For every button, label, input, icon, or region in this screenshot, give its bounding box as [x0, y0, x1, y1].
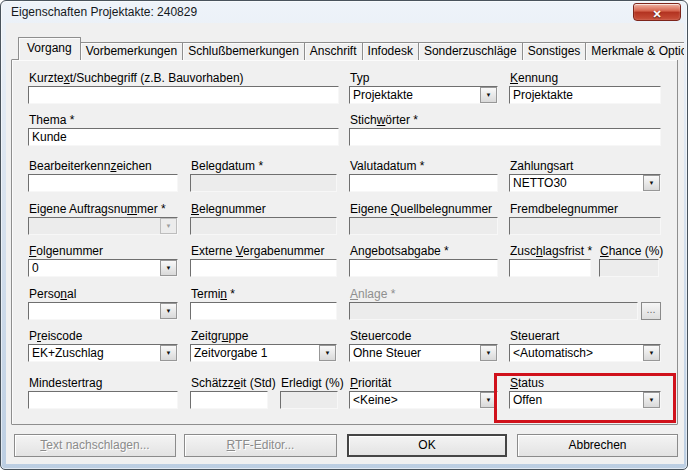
termin-input[interactable]: [190, 302, 337, 320]
belegdatum-input: [190, 174, 337, 192]
angebotsabgabe-input[interactable]: [349, 259, 498, 277]
belegdatum-label: Belegdatum *: [191, 159, 263, 173]
steuercode-combobox[interactable]: Ohne Steuer ▼: [349, 344, 498, 362]
vergabenummer-input[interactable]: [190, 259, 337, 277]
anlage-label: Anlage *: [350, 287, 395, 301]
zahlungsart-label: Zahlungsart: [510, 159, 573, 173]
quellbelegnummer-input: [349, 217, 498, 235]
preiscode-label: Preiscode: [29, 329, 82, 343]
steuercode-value: Ohne Steuer: [353, 346, 421, 361]
tab-vorgang[interactable]: Vorgang: [18, 37, 81, 60]
status-label: Status: [510, 376, 544, 390]
mindestertrag-input[interactable]: [28, 391, 178, 409]
mindestertrag-label: Mindestertrag: [29, 376, 102, 390]
steuerart-combobox[interactable]: <Automatisch> ▼: [509, 344, 661, 362]
steuercode-label: Steuercode: [350, 329, 411, 343]
steuerart-value: <Automatisch>: [513, 346, 593, 361]
kennung-label: Kennung: [510, 71, 558, 85]
quellbelegnummer-label: Eigene Quellbelegnummer: [350, 202, 492, 216]
anlage-input: [349, 302, 638, 320]
folgenummer-dropdown-arrow-icon[interactable]: ▼: [160, 260, 177, 276]
kurztext-input[interactable]: [28, 86, 339, 104]
abbrechen-button[interactable]: Abbrechen: [517, 434, 678, 457]
typ-value: Projektakte: [353, 88, 413, 103]
auftragsnummer-label: Eigene Auftragsnummer *: [29, 202, 166, 216]
thema-label: Thema *: [29, 113, 74, 127]
zuschlagsfrist-label: Zuschlagsfrist *: [510, 244, 592, 258]
schaetzzeit-label: Schätzzeit (Std): [191, 376, 276, 390]
anlage-browse-button: ...: [641, 302, 661, 320]
personal-combobox[interactable]: ▼: [28, 302, 178, 320]
dialog-client-area: Vorgang Vorbemerkungen Schlußbemerkungen…: [6, 23, 684, 464]
zahlungsart-dropdown-arrow-icon[interactable]: ▼: [643, 175, 660, 191]
tab-infodesk[interactable]: Infodesk: [362, 42, 419, 60]
prioritaet-dropdown-arrow-icon[interactable]: ▼: [480, 392, 497, 408]
erledigt-input: [280, 391, 338, 409]
window-title: Eigenschaften Projektakte: 240829: [11, 5, 197, 19]
steuerart-dropdown-arrow-icon[interactable]: ▼: [643, 345, 660, 361]
tab-vorbemerkungen[interactable]: Vorbemerkungen: [80, 42, 183, 60]
prioritaet-combobox[interactable]: <Keine> ▼: [349, 391, 498, 409]
tab-sonstiges[interactable]: Sonstiges: [522, 42, 587, 60]
tab-bar: Vorgang Vorbemerkungen Schlußbemerkungen…: [18, 37, 684, 60]
belegnummer-input: [190, 217, 337, 235]
close-icon: ✕: [652, 8, 661, 20]
bearbeiterkennzeichen-label: Bearbeiterkennzeichen: [29, 159, 152, 173]
preiscode-value: EK+Zuschlag: [32, 346, 104, 361]
zeitgruppe-dropdown-arrow-icon[interactable]: ▼: [319, 345, 336, 361]
zahlungsart-value: NETTO30: [513, 176, 567, 191]
chance-label: Chance (%): [600, 244, 663, 258]
auftragsnummer-combobox: ▼: [28, 217, 178, 235]
tab-merkmale-optionen[interactable]: Merkmale & Optionen: [585, 42, 684, 60]
zahlungsart-combobox[interactable]: NETTO30 ▼: [509, 174, 661, 192]
zeitgruppe-combobox[interactable]: Zeitvorgabe 1 ▼: [190, 344, 337, 362]
status-combobox[interactable]: Offen ▼: [509, 391, 661, 409]
valutadatum-input[interactable]: [349, 174, 498, 192]
kurztext-label: Kurztext/Suchbegriff (z.B. Bauvorhaben): [29, 71, 244, 85]
zuschlagsfrist-input[interactable]: [509, 259, 591, 277]
bearbeiterkennzeichen-input[interactable]: [28, 174, 178, 192]
tab-page: [11, 59, 678, 425]
angebotsabgabe-label: Angebotsabgabe *: [350, 244, 449, 258]
stichwoerter-label: Stichwörter *: [350, 113, 418, 127]
titlebar[interactable]: Eigenschaften Projektakte: 240829 ✕: [1, 1, 687, 23]
auftragsnummer-dropdown-arrow-icon: ▼: [160, 218, 177, 234]
chance-input: [599, 259, 659, 277]
ellipsis-icon: ...: [646, 303, 655, 315]
zeitgruppe-value: Zeitvorgabe 1: [194, 346, 267, 361]
tab-anschrift[interactable]: Anschrift: [304, 42, 363, 60]
prioritaet-value: <Keine>: [353, 393, 398, 408]
tab-schlussbemerkungen[interactable]: Schlußbemerkungen: [182, 42, 305, 60]
folgenummer-combobox[interactable]: 0 ▼: [28, 259, 178, 277]
steuerart-label: Steuerart: [510, 329, 559, 343]
belegnummer-label: Belegnummer: [191, 202, 266, 216]
text-nachschlagen-button: Text nachschlagen...: [14, 434, 176, 457]
thema-input[interactable]: [28, 128, 339, 146]
termin-label: Termin *: [191, 287, 235, 301]
tab-sonderzuschlaege[interactable]: Sonderzuschläge: [418, 42, 523, 60]
rtf-editor-button: RTF-Editor...: [184, 434, 337, 457]
prioritaet-label: Priorität: [350, 376, 391, 390]
zeitgruppe-label: Zeitgruppe: [191, 329, 248, 343]
kennung-input[interactable]: [509, 86, 661, 104]
preiscode-dropdown-arrow-icon[interactable]: ▼: [160, 345, 177, 361]
steuercode-dropdown-arrow-icon[interactable]: ▼: [480, 345, 497, 361]
close-button[interactable]: ✕: [633, 3, 681, 21]
folgenummer-value: 0: [32, 261, 39, 276]
erledigt-label: Erledigt (%): [281, 376, 344, 390]
fremdbelegnummer-label: Fremdbelegnummer: [510, 202, 618, 216]
fremdbelegnummer-input: [509, 217, 661, 235]
stichwoerter-input[interactable]: [349, 128, 661, 146]
typ-combobox[interactable]: Projektakte ▼: [349, 86, 498, 104]
schaetzzeit-input[interactable]: [190, 391, 268, 409]
personal-dropdown-arrow-icon[interactable]: ▼: [160, 303, 177, 319]
typ-dropdown-arrow-icon[interactable]: ▼: [480, 87, 497, 103]
status-value: Offen: [513, 393, 542, 408]
status-dropdown-arrow-icon[interactable]: ▼: [643, 392, 660, 408]
vergabenummer-label: Externe Vergabenummer: [191, 244, 324, 258]
typ-label: Typ: [350, 71, 369, 85]
preiscode-combobox[interactable]: EK+Zuschlag ▼: [28, 344, 178, 362]
folgenummer-label: Folgenummer: [29, 244, 103, 258]
valutadatum-label: Valutadatum *: [350, 159, 425, 173]
ok-button[interactable]: OK: [347, 434, 507, 457]
